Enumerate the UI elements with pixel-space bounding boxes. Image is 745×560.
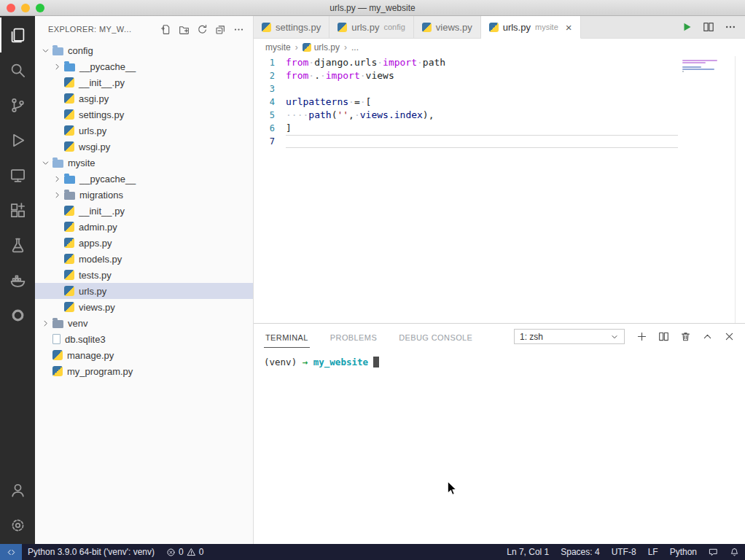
status-language-mode[interactable]: Python <box>664 544 703 560</box>
tree-item-tests-py[interactable]: tests.py <box>35 267 253 283</box>
status-feedback[interactable] <box>703 544 724 560</box>
activity-bar-item-extension-ring[interactable] <box>0 298 35 332</box>
breadcrumb-item-urls-py[interactable]: urls.py <box>303 42 340 52</box>
code-line-5[interactable]: 5····path('',·views.index), <box>254 109 745 122</box>
tree-item-venv[interactable]: venv <box>35 315 253 331</box>
editor-tab-settings-py[interactable]: settings.py <box>254 16 329 38</box>
ring-icon <box>9 307 26 324</box>
terminal-output[interactable]: (venv) → my_website <box>254 349 745 544</box>
kill-terminal-icon[interactable] <box>680 331 691 342</box>
chevron-right-icon[interactable] <box>52 174 64 184</box>
tree-item-migrations[interactable]: migrations <box>35 187 253 203</box>
collapse-all-icon[interactable] <box>215 24 226 35</box>
new-file-icon[interactable] <box>160 24 171 35</box>
panel-tab-terminal[interactable]: TERMINAL <box>264 326 310 348</box>
activity-bar-item-explorer[interactable] <box>0 18 35 52</box>
tree-item-config[interactable]: config <box>35 42 253 58</box>
tree-item-pycache[interactable]: __pycache__ <box>35 171 253 187</box>
chevron-right-icon[interactable] <box>52 190 64 200</box>
minimap[interactable] <box>682 60 733 74</box>
status-eol[interactable]: LF <box>642 544 664 560</box>
editor-tab-views-py[interactable]: views.py <box>414 16 481 38</box>
activity-bar-bottom <box>0 472 35 544</box>
activity-bar-item-source-control[interactable] <box>0 88 35 122</box>
tree-item-my-program-py[interactable]: my_program.py <box>35 363 253 379</box>
python-file-icon <box>262 23 271 32</box>
activity-bar-item-testing[interactable] <box>0 228 35 262</box>
editor-tab-urls-py-config[interactable]: urls.pyconfig <box>329 16 414 38</box>
tree-item-label: __pycache__ <box>79 61 136 72</box>
line-content <box>286 135 678 148</box>
close-panel-icon[interactable] <box>724 331 735 342</box>
code-line-4[interactable]: 4urlpatterns·=·[ <box>254 96 745 109</box>
tree-item-label: urls.py <box>79 125 106 136</box>
panel-tab-problems[interactable]: PROBLEMS <box>329 326 378 348</box>
code-line-7[interactable]: 7 <box>254 135 745 148</box>
tree-item-pycache[interactable]: __pycache__ <box>35 58 253 74</box>
folder-icon <box>52 160 63 168</box>
chevron-right-icon[interactable] <box>41 319 52 328</box>
python-file-icon <box>422 23 432 32</box>
breadcrumb-item-item[interactable]: ... <box>351 42 359 52</box>
tree-item-mysite[interactable]: mysite <box>35 155 253 171</box>
panel-tab-debug-console[interactable]: DEBUG CONSOLE <box>397 326 474 348</box>
tree-item-apps-py[interactable]: apps.py <box>35 235 253 251</box>
activity-bar-item-extensions[interactable] <box>0 192 35 228</box>
close-window-button[interactable] <box>7 4 15 12</box>
problems-status[interactable]: 00 <box>160 544 209 560</box>
code-line-1[interactable]: 1from·django.urls·import·path <box>254 56 745 69</box>
chevron-down-icon[interactable] <box>41 46 52 55</box>
new-folder-icon[interactable] <box>179 24 190 35</box>
code-line-3[interactable]: 3 <box>254 82 745 96</box>
tree-item-db-sqlite3[interactable]: db.sqlite3 <box>35 331 253 347</box>
tree-item-init-py[interactable]: __init__.py <box>35 74 253 90</box>
tree-item-urls-py[interactable]: urls.py <box>35 122 253 139</box>
activity-bar-item-docker[interactable] <box>0 262 35 298</box>
breadcrumb-item-mysite[interactable]: mysite <box>265 42 291 52</box>
maximize-panel-icon[interactable] <box>702 331 713 342</box>
activity-bar-item-account[interactable] <box>0 472 35 508</box>
tree-item-manage-py[interactable]: manage.py <box>35 347 253 363</box>
python-interpreter-status[interactable]: Python 3.9.0 64-bit ('venv': venv) <box>22 544 160 560</box>
more-editor-actions-icon[interactable] <box>725 21 736 33</box>
activity-bar-item-run-debug[interactable] <box>0 122 35 158</box>
chevron-down-icon[interactable] <box>41 158 52 168</box>
split-editor-icon[interactable] <box>703 21 714 33</box>
tree-item-asgi-py[interactable]: asgi.py <box>35 90 253 106</box>
tree-item-admin-py[interactable]: admin.py <box>35 219 253 235</box>
code-token: ···· <box>286 109 308 120</box>
chevron-down-icon <box>610 332 619 341</box>
activity-bar-item-manage[interactable] <box>0 508 35 542</box>
chevron-right-icon[interactable] <box>52 62 64 71</box>
editor-tab-urls-py-mysite[interactable]: urls.pymysite× <box>481 16 581 39</box>
code-line-6[interactable]: 6] <box>254 122 745 135</box>
new-terminal-icon[interactable] <box>636 331 647 342</box>
more-actions-icon[interactable] <box>233 24 244 35</box>
shell-select-value: 1: zsh <box>520 332 543 342</box>
run-python-file-icon[interactable] <box>681 21 693 33</box>
code-token: · <box>417 57 423 68</box>
status-cursor-position[interactable]: Ln 7, Col 1 <box>501 544 555 560</box>
tree-item-wsgi-py[interactable]: wsgi.py <box>35 139 253 155</box>
python-file-icon <box>64 222 74 232</box>
activity-bar-item-search[interactable] <box>0 52 35 88</box>
code-editor[interactable]: 1from·django.urls·import·path2from·.·imp… <box>254 56 745 323</box>
remote-indicator[interactable] <box>0 544 22 560</box>
tree-item-init-py[interactable]: __init__.py <box>35 203 253 219</box>
tree-item-models-py[interactable]: models.py <box>35 251 253 267</box>
zoom-window-button[interactable] <box>36 4 44 12</box>
status-notifications[interactable] <box>724 544 745 560</box>
status-indentation[interactable]: Spaces: 4 <box>555 544 605 560</box>
code-line-2[interactable]: 2from·.·import·views <box>254 69 745 82</box>
tree-item-settings-py[interactable]: settings.py <box>35 106 253 122</box>
minimize-window-button[interactable] <box>21 4 30 12</box>
terminal-shell-select[interactable]: 1: zsh <box>514 329 625 344</box>
close-tab-icon[interactable]: × <box>566 22 572 33</box>
status-encoding[interactable]: UTF-8 <box>606 544 642 560</box>
code-token: django.urls <box>314 57 377 68</box>
refresh-icon[interactable] <box>197 24 208 35</box>
activity-bar-item-remote-explorer[interactable] <box>0 158 35 192</box>
tree-item-urls-py[interactable]: urls.py <box>35 283 253 299</box>
tree-item-views-py[interactable]: views.py <box>35 299 253 315</box>
split-terminal-icon[interactable] <box>658 331 669 342</box>
